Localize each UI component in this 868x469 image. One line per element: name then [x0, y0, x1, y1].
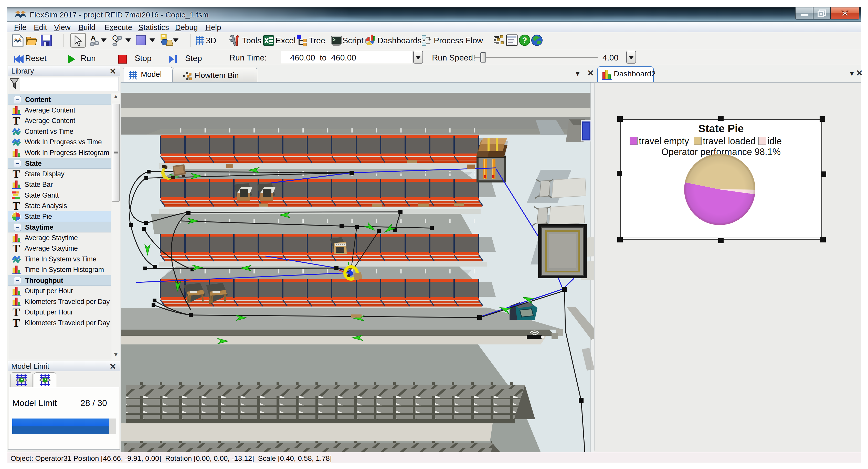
svg-text:Q: Q [112, 34, 118, 42]
svg-text:?: ? [522, 36, 527, 45]
svg-text:A: A [91, 34, 96, 42]
